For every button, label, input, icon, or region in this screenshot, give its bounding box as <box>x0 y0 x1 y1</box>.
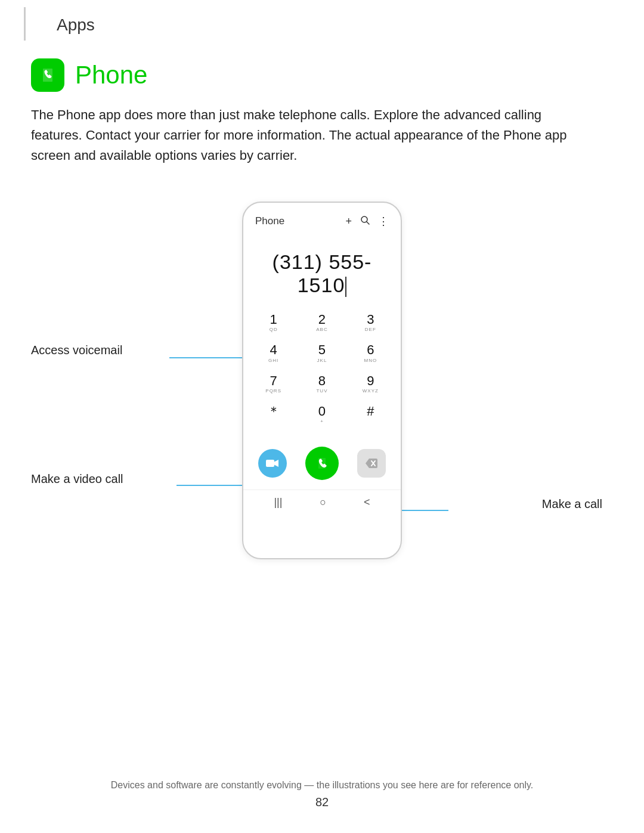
phone-icon-svg <box>38 66 57 85</box>
label-call: Make a call <box>542 497 602 511</box>
key-4[interactable]: 4 GHI <box>253 339 295 366</box>
breadcrumb: Apps <box>24 7 644 41</box>
nav-bar: ||| ○ < <box>243 490 401 515</box>
keypad-row-4: ＊ 0 + # <box>249 401 395 428</box>
svg-rect-7 <box>266 460 274 467</box>
phone-number-display: (311) 555-1510 <box>243 233 401 309</box>
video-call-button[interactable] <box>258 449 287 478</box>
keypad: 1 QD 2 ABC 3 DEF 4 GHI <box>243 309 401 441</box>
footer-page-number: 82 <box>0 795 644 809</box>
more-icon: ⋮ <box>378 215 389 228</box>
label-video: Make a video call <box>31 472 123 486</box>
add-icon: + <box>345 215 352 228</box>
footer: Devices and software are constantly evol… <box>0 780 644 809</box>
keypad-row-1: 1 QD 2 ABC 3 DEF <box>249 309 395 336</box>
cursor <box>345 277 346 297</box>
key-hash[interactable]: # <box>349 401 391 428</box>
section-header: Phone <box>31 58 613 92</box>
key-star[interactable]: ＊ <box>253 401 295 428</box>
main-content: Phone The Phone app does more than just … <box>0 41 644 559</box>
label-voicemail: Access voicemail <box>31 343 122 357</box>
phone-app-icon <box>31 58 64 92</box>
nav-home-icon: ○ <box>320 496 326 509</box>
key-3[interactable]: 3 DEF <box>349 309 391 336</box>
footer-note: Devices and software are constantly evol… <box>0 780 644 791</box>
key-7[interactable]: 7 PQRS <box>253 370 295 397</box>
key-0[interactable]: 0 + <box>301 401 343 428</box>
phone-header: Phone + ⋮ <box>243 203 401 233</box>
phone-header-title: Phone <box>255 215 284 227</box>
nav-back-icon: < <box>364 496 370 509</box>
action-row <box>243 441 401 490</box>
search-icon <box>360 215 370 228</box>
phone-header-icons: + ⋮ <box>345 215 389 228</box>
key-8[interactable]: 8 TUV <box>301 370 343 397</box>
key-6[interactable]: 6 MNO <box>349 339 391 366</box>
call-button[interactable] <box>305 447 339 480</box>
keypad-row-3: 7 PQRS 8 TUV 9 WXYZ <box>249 370 395 397</box>
key-2[interactable]: 2 ABC <box>301 309 343 336</box>
key-9[interactable]: 9 WXYZ <box>349 370 391 397</box>
nav-recent-icon: ||| <box>274 496 282 509</box>
breadcrumb-text: Apps <box>57 16 95 34</box>
keypad-row-2: 4 GHI 5 JKL 6 MNO <box>249 339 395 366</box>
phone-mockup: Phone + ⋮ (311) 555-1510 <box>242 202 402 559</box>
delete-button[interactable] <box>357 449 386 478</box>
section-title: Phone <box>75 61 147 89</box>
key-1[interactable]: 1 QD <box>253 309 295 336</box>
description-text: The Phone app does more than just make t… <box>31 105 568 166</box>
svg-line-6 <box>367 222 369 224</box>
diagram-wrapper: Access voicemail Make a video call Make … <box>31 190 613 559</box>
key-5[interactable]: 5 JKL <box>301 339 343 366</box>
